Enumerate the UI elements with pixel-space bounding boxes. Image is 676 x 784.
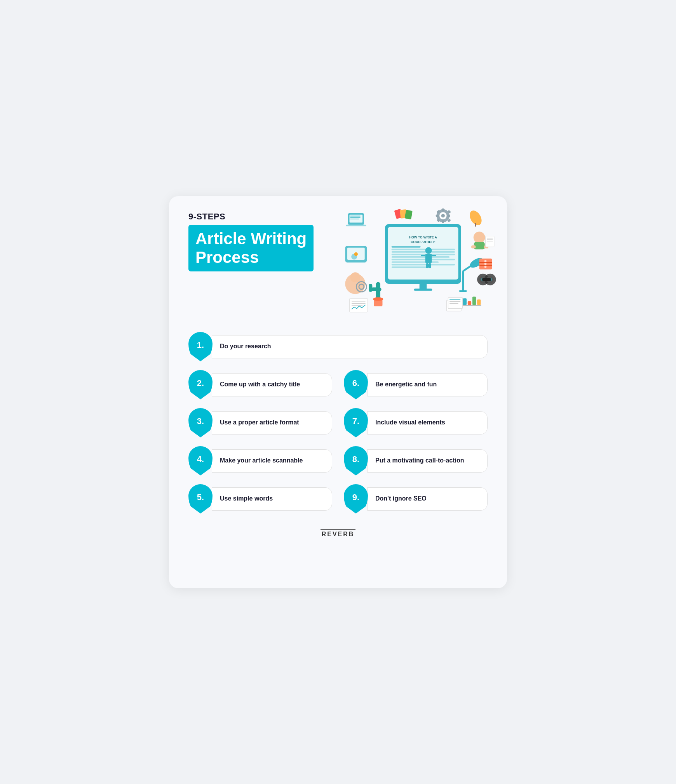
step-label-box-4: Make your article scannable	[212, 449, 332, 473]
svg-rect-50	[429, 263, 431, 268]
step-label-8: Put a motivating call-to-action	[375, 457, 464, 465]
step-bubble-8: 8.	[344, 446, 368, 476]
svg-rect-82	[448, 297, 462, 308]
step-bubble-9: 9.	[344, 484, 368, 514]
svg-rect-44	[414, 289, 432, 291]
svg-rect-13	[442, 220, 444, 223]
step-bubble-7: 7.	[344, 408, 368, 438]
step-number-3: 3.	[197, 417, 204, 426]
step-item-7: 7. Include visual elements	[344, 408, 488, 438]
step-item-4: 4. Make your article scannable	[188, 446, 332, 476]
svg-rect-31	[388, 227, 458, 279]
svg-rect-87	[468, 301, 471, 304]
svg-point-45	[425, 247, 432, 254]
svg-rect-34	[392, 246, 421, 248]
illustration-svg: HOW TO WRITE A GOOD ARTICLE	[336, 208, 499, 316]
step-item-5: 5. Use simple words	[188, 484, 332, 514]
illustration: HOW TO WRITE A GOOD ARTICLE	[336, 204, 499, 320]
step-bubble-1: 1.	[188, 332, 213, 362]
main-title: Article Writing Process	[195, 229, 307, 267]
steps-grid: 1. Do your research 2. Come up with a ca…	[188, 332, 488, 514]
svg-rect-48	[432, 255, 436, 256]
step-label-box-3: Use a proper article format	[212, 411, 332, 435]
header-section: 9-STEPS Article Writing Process	[188, 212, 488, 320]
svg-rect-41	[392, 264, 455, 265]
step-label-box-2: Come up with a catchy title	[212, 373, 332, 396]
step-label-7: Include visual elements	[375, 419, 445, 427]
svg-rect-53	[369, 284, 372, 292]
step-number-8: 8.	[352, 455, 359, 464]
svg-text:REVERB: REVERB	[322, 531, 355, 537]
svg-point-78	[484, 260, 487, 262]
steps-label: 9-STEPS	[188, 212, 336, 222]
step-bubble-4: 4.	[188, 446, 213, 476]
step-label-box-7: Include visual elements	[367, 411, 488, 435]
main-card: 9-STEPS Article Writing Process	[169, 196, 507, 588]
svg-point-55	[373, 297, 383, 301]
svg-rect-76	[479, 262, 492, 263]
svg-rect-5	[346, 224, 366, 226]
svg-rect-35	[392, 249, 455, 250]
svg-rect-15	[448, 214, 450, 217]
svg-rect-12	[442, 208, 444, 211]
svg-rect-42	[392, 266, 428, 268]
step-label-box-1: Do your research	[212, 335, 488, 358]
svg-rect-88	[472, 296, 476, 304]
step-bubble-5: 5.	[188, 484, 213, 514]
step-bubble-6: 6.	[344, 370, 368, 400]
step-item-6: 6. Be energetic and fun	[344, 370, 488, 400]
svg-text:GOOD ARTICLE: GOOD ARTICLE	[411, 240, 436, 243]
step-label-box-8: Put a motivating call-to-action	[367, 449, 488, 473]
svg-point-67	[474, 231, 485, 243]
svg-rect-43	[420, 284, 427, 289]
step-label-6: Be energetic and fun	[375, 381, 437, 389]
step-number-2: 2.	[197, 379, 204, 388]
svg-rect-14	[436, 214, 439, 217]
step-label-4: Make your article scannable	[220, 457, 303, 465]
svg-point-11	[441, 214, 445, 217]
svg-rect-77	[479, 265, 492, 266]
svg-rect-89	[477, 299, 481, 305]
step-number-4: 4.	[197, 455, 204, 464]
step-label-1: Do your research	[220, 342, 271, 351]
main-title-box: Article Writing Process	[188, 225, 314, 272]
svg-rect-47	[421, 255, 425, 256]
svg-rect-39	[392, 259, 455, 260]
brand-footer: REVERB	[188, 528, 488, 540]
step-label-2: Come up with a catchy title	[220, 381, 300, 389]
step-label-5: Use simple words	[220, 495, 273, 503]
svg-rect-38	[392, 256, 450, 258]
svg-text:HOW TO WRITE A: HOW TO WRITE A	[409, 235, 437, 239]
step-label-box-6: Be energetic and fun	[367, 373, 488, 396]
step-item-8: 8. Put a motivating call-to-action	[344, 446, 488, 476]
svg-rect-36	[392, 251, 455, 253]
svg-point-79	[484, 262, 487, 265]
svg-rect-49	[426, 263, 429, 268]
title-block: 9-STEPS Article Writing Process	[188, 212, 336, 272]
step-label-3: Use a proper article format	[220, 419, 299, 427]
step-item-2: 2. Come up with a catchy title	[188, 370, 332, 400]
step-number-5: 5.	[197, 493, 204, 502]
step-bubble-2: 2.	[188, 370, 213, 400]
svg-point-80	[484, 266, 487, 268]
svg-rect-68	[474, 242, 485, 249]
step-number-7: 7.	[352, 417, 359, 426]
svg-rect-52	[371, 287, 382, 291]
svg-point-25	[354, 252, 358, 256]
svg-rect-69	[471, 245, 476, 248]
step-number-6: 6.	[352, 379, 359, 388]
step-label-box-9: Don't ignore SEO	[367, 487, 488, 511]
step-label-box-5: Use simple words	[212, 487, 332, 511]
svg-rect-66	[482, 278, 491, 281]
svg-rect-46	[425, 254, 432, 263]
step-number-9: 9.	[352, 493, 359, 502]
svg-rect-86	[463, 298, 467, 305]
step-item-9: 9. Don't ignore SEO	[344, 484, 488, 514]
svg-point-27	[350, 272, 360, 282]
step-bubble-3: 3.	[188, 408, 213, 438]
step-number-1: 1.	[197, 341, 204, 349]
svg-rect-71	[486, 236, 494, 247]
svg-rect-90	[463, 305, 481, 306]
brand-logo: REVERB	[321, 528, 355, 539]
step-item-3: 3. Use a proper article format	[188, 408, 332, 438]
